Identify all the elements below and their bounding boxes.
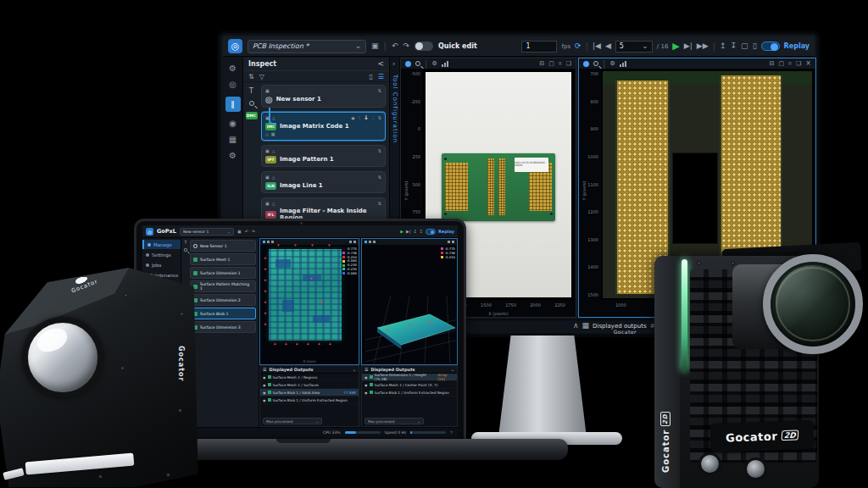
eye-icon[interactable]: ◉ [263, 375, 266, 380]
save-icon[interactable]: ▣ [371, 42, 379, 50]
frame-icon[interactable]: ▢ [741, 42, 748, 50]
tool-card[interactable]: ◂▣△◉↑↓⋮⇅IMCImage Matrix Code 1△▦ [261, 112, 386, 141]
eye-icon[interactable]: ◉ [351, 116, 354, 120]
histogram-icon[interactable] [620, 61, 626, 67]
zoom-icon[interactable] [415, 61, 420, 66]
play-icon[interactable]: ▶ [672, 42, 679, 51]
text-tool-icon[interactable]: T [249, 87, 253, 95]
outputs-filter-select[interactable]: Max processed ⌄ [364, 418, 424, 424]
tool-card[interactable]: ▣⇅◎New sensor 1 [261, 85, 386, 108]
close-icon[interactable]: × [805, 60, 811, 67]
archive-icon[interactable]: ▦ [229, 136, 236, 144]
move-up-icon[interactable]: ↑ [358, 116, 361, 120]
zoom-icon[interactable] [593, 61, 598, 66]
search-icon[interactable] [249, 101, 254, 106]
flow-icon[interactable]: ⚙ [229, 64, 236, 73]
step-forward-icon[interactable]: ▶| [684, 42, 693, 50]
expand-collapse-icon[interactable]: ⇅ [378, 202, 381, 206]
expand-collapse-icon[interactable]: ⇅ [378, 116, 381, 120]
pan-icon[interactable] [583, 61, 589, 67]
tool-card[interactable]: New Sensor 1 [190, 240, 256, 252]
fullscreen-icon[interactable]: ⌗ [788, 61, 792, 67]
minimize-icon[interactable]: ⊟ [770, 61, 775, 67]
outputs-header[interactable]: ☰ Displayed Outputs ⌄ [260, 366, 359, 374]
frame-select[interactable]: 5 ⌄ [615, 41, 653, 53]
quick-edit-toggle[interactable] [415, 42, 433, 51]
job-dropdown[interactable]: PCB Inspection * ⌄ [248, 40, 366, 53]
sidebar-item-manage[interactable]: Manage [142, 240, 181, 249]
download-icon[interactable]: ↧ [731, 42, 737, 50]
redo-icon[interactable]: ↷ [252, 230, 255, 234]
collapse-panel-icon[interactable]: < [377, 60, 384, 68]
heatmap-view[interactable]: ▸▸▸▸▸▸▸▴▴▴▴▴▴▾▾▾▾◂◂ -0.775-0.736-0.254-0… [259, 238, 359, 365]
undo-icon[interactable]: ↶ [245, 230, 248, 234]
eye-icon[interactable]: ◉ [263, 391, 266, 395]
more-options-icon[interactable]: ⋮ [371, 116, 376, 120]
upload-icon[interactable]: ↥ [414, 230, 417, 234]
tool-card[interactable]: Surface Mesh 1 [190, 253, 256, 265]
step-forward-icon[interactable]: ▶| [406, 230, 411, 234]
gear-icon[interactable]: ⚙ [229, 152, 236, 160]
sensor-icon[interactable]: ◎ [229, 80, 236, 89]
fullscreen-icon[interactable]: ⌗ [559, 61, 562, 67]
gear-icon[interactable]: ⚙ [431, 61, 437, 67]
eye-icon[interactable]: ◉ [263, 383, 266, 387]
view-3d[interactable]: -0.775-0.736-0.254 [361, 238, 458, 365]
expand-collapse-icon[interactable]: ⇅ [378, 89, 381, 93]
fps-input[interactable]: 1 [521, 41, 557, 53]
search-icon[interactable] [184, 248, 187, 252]
move-down-icon[interactable]: ↓ [364, 115, 369, 121]
histogram-icon[interactable] [442, 61, 448, 67]
skip-start-icon[interactable]: |◀ [593, 42, 601, 50]
outputs-filter-select[interactable]: Max processed ⌄ [263, 418, 322, 424]
play-icon[interactable]: ▶ [400, 229, 403, 234]
output-row[interactable]: ◉Surface Mesh 1 / Surfaces [260, 381, 359, 389]
text-tool-icon[interactable]: T [184, 240, 186, 245]
frame-icon[interactable]: ▢ [548, 61, 554, 67]
output-row[interactable]: ◉Surface Blob 1 / Uniform Extracted Regi… [362, 389, 457, 396]
minimize-icon[interactable]: ⊟ [539, 61, 544, 67]
frame-icon[interactable]: ▢ [778, 61, 784, 67]
redo-icon[interactable]: ↷ [403, 42, 409, 50]
pan-icon[interactable] [405, 61, 411, 67]
step-back-icon[interactable]: ◀ [605, 42, 611, 50]
expand-collapse-icon[interactable]: ⇅ [378, 149, 381, 153]
sidebar-item-settings[interactable]: Settings [142, 250, 181, 259]
trash-icon[interactable]: ▯ [369, 73, 372, 80]
loop-icon[interactable]: ⟳ [575, 42, 581, 50]
layers-icon[interactable]: ❏ [566, 61, 571, 67]
grid-icon[interactable]: ▦ [582, 322, 590, 330]
output-row[interactable]: ◉Surface Dimension 1 / Height (75.38)Arr… [362, 374, 457, 381]
dmc-filter-badge[interactable]: DMC [246, 112, 258, 119]
pause-button[interactable]: ‖ [225, 97, 241, 112]
replay-toggle[interactable] [761, 42, 780, 51]
record-icon[interactable]: ◉ [229, 119, 236, 128]
output-row[interactable]: ◉Surface Blob 1 / Uniform Extracted Regi… [260, 396, 359, 404]
caret-icon[interactable]: ∧ [573, 322, 579, 330]
expand-collapse-icon[interactable]: ⇅ [378, 175, 381, 180]
output-row[interactable]: ◉Surface Blob 1 / Valid Area77.888 [260, 389, 359, 396]
list-view-icon[interactable]: ☰ [378, 73, 384, 80]
layers-icon[interactable]: ❏ [796, 61, 801, 67]
eye-icon[interactable]: ◉ [364, 383, 368, 387]
filter-icon[interactable]: ▽ [259, 73, 264, 80]
eye-icon[interactable]: ◉ [364, 375, 368, 380]
undo-icon[interactable]: ↶ [392, 42, 398, 50]
eye-icon[interactable]: ◉ [263, 398, 266, 402]
download-icon[interactable]: ↧ [420, 230, 423, 234]
replay-toggle[interactable] [426, 229, 436, 235]
eye-icon[interactable]: ◉ [364, 391, 368, 395]
expand-icon[interactable]: ⌗ [450, 430, 453, 435]
tool-card[interactable]: ◂▣△⇅IPTImage Pattern 1 [261, 145, 386, 167]
sort-icon[interactable]: ⇅ [248, 73, 254, 80]
job-dropdown[interactable]: New sensor 1 ⌄ [180, 228, 234, 236]
gear-icon[interactable]: ⚙ [609, 61, 615, 67]
tool-card[interactable]: ◂▣△⇅ILNImage Line 1 [261, 171, 386, 193]
skip-end-icon[interactable]: ▶▶ [697, 42, 709, 50]
output-row[interactable]: ◉Surface Mesh 1 / Regions [260, 374, 359, 381]
trash-icon[interactable]: ▯ [753, 42, 757, 50]
output-row[interactable]: ◉Surface Mesh 1 / Center Point (X, Y) [362, 381, 457, 389]
save-icon[interactable]: ▣ [237, 230, 242, 234]
upload-icon[interactable]: ↥ [720, 42, 726, 50]
gopxl-logo-icon[interactable]: ◎ [228, 39, 242, 53]
